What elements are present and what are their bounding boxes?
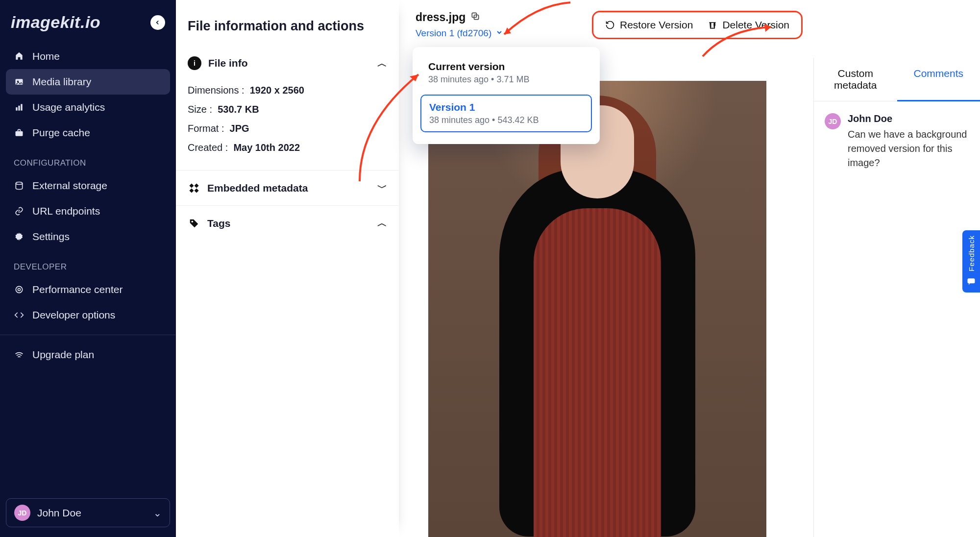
svg-rect-3 <box>18 106 20 111</box>
divider <box>176 170 399 171</box>
sidebar-item-label: Usage analytics <box>32 101 105 113</box>
link-icon <box>14 206 24 216</box>
restore-version-button[interactable]: Restore Version <box>605 19 693 31</box>
copy-icon[interactable] <box>470 11 480 24</box>
main-area: dress.jpg Version 1 (fd2706) Current ver… <box>399 0 980 537</box>
code-icon <box>14 310 24 320</box>
sidebar: imagekit.io Home Media library Usage ana… <box>0 0 176 537</box>
file-info-body: Dimensions : 1920 x 2560 Size : 530.7 KB… <box>176 78 399 167</box>
sidebar-item-developer-options[interactable]: Developer options <box>6 302 170 328</box>
comment-item: JD John Doe Can we have a background rem… <box>814 101 980 182</box>
svg-rect-13 <box>195 188 199 193</box>
feedback-button[interactable]: Feedback <box>962 230 980 293</box>
sidebar-item-label: Developer options <box>32 309 115 321</box>
divider <box>176 205 399 206</box>
svg-rect-2 <box>16 107 17 111</box>
section-label: File info <box>208 57 248 69</box>
format-row: Format : JPG <box>188 119 387 138</box>
delete-icon <box>708 20 717 30</box>
version-option-current[interactable]: Current version 38 minutes ago • 3.71 MB <box>420 55 592 91</box>
sidebar-item-upgrade-plan[interactable]: Upgrade plan <box>6 342 170 367</box>
svg-rect-12 <box>189 188 194 193</box>
sidebar-item-label: Performance center <box>32 284 122 295</box>
svg-rect-5 <box>16 131 23 136</box>
section-embedded-metadata[interactable]: Embedded metadata ﹀ <box>176 173 399 202</box>
svg-point-6 <box>16 182 22 185</box>
user-name: John Doe <box>37 507 81 519</box>
divider <box>0 335 176 335</box>
sidebar-item-settings[interactable]: Settings <box>6 224 170 249</box>
sidebar-item-url-endpoints[interactable]: URL endpoints <box>6 198 170 224</box>
svg-point-14 <box>192 220 194 222</box>
tag-icon <box>188 217 200 230</box>
arrow-left-icon <box>154 19 161 26</box>
sidebar-section-developer: DEVELOPER <box>6 249 170 277</box>
section-file-info[interactable]: i File info ︿ <box>176 49 399 78</box>
size-row: Size : 530.7 KB <box>188 100 387 119</box>
chevron-down-icon: ﹀ <box>377 181 387 195</box>
sidebar-item-performance-center[interactable]: Performance center <box>6 277 170 302</box>
section-tags[interactable]: Tags ︿ <box>176 209 399 238</box>
svg-rect-11 <box>195 183 199 188</box>
metadata-icon <box>188 182 200 195</box>
image-preview[interactable] <box>428 81 766 537</box>
brand-logo: imagekit.io <box>11 13 100 32</box>
storage-icon <box>14 181 24 191</box>
version-option-1[interactable]: Version 1 38 minutes ago • 543.42 KB <box>420 95 592 132</box>
sidebar-item-usage-analytics[interactable]: Usage analytics <box>6 95 170 120</box>
chevron-up-icon: ︿ <box>377 57 387 70</box>
info-icon: i <box>188 56 201 70</box>
sidebar-collapse-button[interactable] <box>150 15 165 30</box>
avatar: JD <box>825 113 841 129</box>
sidebar-item-label: URL endpoints <box>32 205 100 217</box>
chart-icon <box>14 102 24 112</box>
version-label: Version 1 (fd2706) <box>416 28 491 39</box>
sidebar-item-label: Settings <box>32 231 70 243</box>
svg-point-9 <box>18 289 21 291</box>
filename: dress.jpg <box>416 11 466 24</box>
briefcase-icon <box>14 128 24 138</box>
home-icon <box>14 51 24 61</box>
preview-column: dress.jpg Version 1 (fd2706) Current ver… <box>399 0 813 537</box>
svg-rect-17 <box>968 278 975 283</box>
sidebar-item-home[interactable]: Home <box>6 44 170 69</box>
chevron-down-icon <box>495 28 503 39</box>
target-icon <box>14 285 24 294</box>
chevron-down-icon: ⌄ <box>153 507 162 519</box>
image-icon <box>14 77 24 87</box>
section-label: Tags <box>207 218 230 229</box>
file-info-panel: File information and actions i File info… <box>176 0 399 537</box>
svg-point-8 <box>16 286 22 293</box>
sidebar-section-configuration: CONFIGURATION <box>6 146 170 173</box>
comment-text: Can we have a background removed version… <box>848 127 969 170</box>
sidebar-item-label: Home <box>32 50 60 62</box>
right-panel: Custom metadata Comments JD John Doe Can… <box>813 58 980 537</box>
panel-title: File information and actions <box>176 19 399 49</box>
sidebar-item-label: Purge cache <box>32 127 90 139</box>
dimensions-row: Dimensions : 1920 x 2560 <box>188 81 387 100</box>
created-row: Created : May 10th 2022 <box>188 138 387 157</box>
user-menu[interactable]: JD John Doe ⌄ <box>6 498 170 527</box>
restore-icon <box>605 20 615 30</box>
sidebar-item-label: Upgrade plan <box>32 349 94 361</box>
feedback-label: Feedback <box>967 235 976 271</box>
wifi-icon <box>14 350 24 360</box>
version-dropdown-menu: Current version 38 minutes ago • 3.71 MB… <box>413 47 600 144</box>
tab-custom-metadata[interactable]: Custom metadata <box>814 58 897 101</box>
comment-author: John Doe <box>848 113 969 124</box>
gear-icon <box>14 232 24 242</box>
version-actions: Restore Version Delete Version <box>592 11 803 39</box>
avatar: JD <box>14 505 30 521</box>
chevron-up-icon: ︿ <box>377 217 387 230</box>
svg-rect-10 <box>189 183 194 188</box>
delete-version-button[interactable]: Delete Version <box>708 19 789 31</box>
tab-comments[interactable]: Comments <box>897 58 980 101</box>
tabs: Custom metadata Comments <box>814 58 980 101</box>
svg-rect-4 <box>21 104 22 110</box>
sidebar-item-media-library[interactable]: Media library <box>6 69 170 95</box>
sidebar-item-label: External storage <box>32 180 107 192</box>
sidebar-item-purge-cache[interactable]: Purge cache <box>6 120 170 146</box>
section-label: Embedded metadata <box>207 182 308 194</box>
sidebar-item-label: Media library <box>32 76 91 88</box>
sidebar-item-external-storage[interactable]: External storage <box>6 173 170 198</box>
